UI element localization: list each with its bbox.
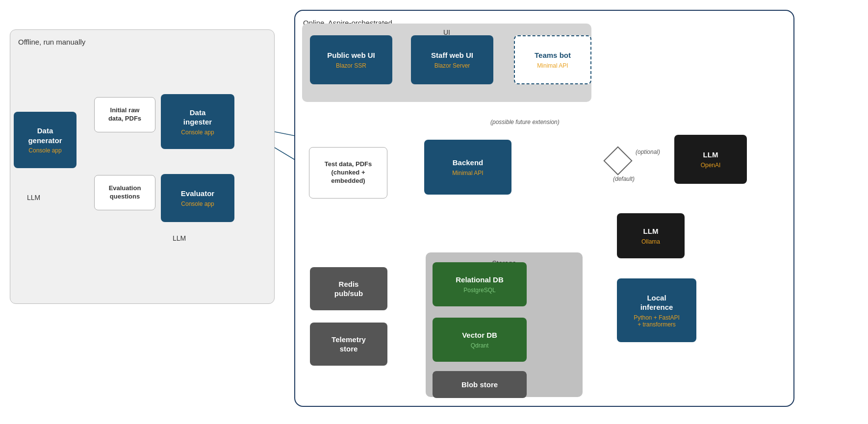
data-ingester-node: Dataingester Console app <box>161 94 234 149</box>
diamond-node <box>602 145 634 178</box>
telemetry-node: Telemetrystore <box>310 323 387 366</box>
evaluator-node: Evaluator Console app <box>161 174 234 222</box>
offline-label: Offline, run manually <box>18 38 266 46</box>
llm-openai-node: LLM OpenAI <box>674 135 747 184</box>
test-data-title: Test data, PDFs(chunked +embedded) <box>325 160 372 185</box>
teams-bot-node: Teams bot Minimal API <box>514 35 591 84</box>
redis-node: Redispub/sub <box>310 267 387 310</box>
relational-db-subtitle: PostgreSQL <box>463 287 495 294</box>
backend-subtitle: Minimal API <box>452 170 483 176</box>
vector-db-node: Vector DB Qdrant <box>433 318 527 362</box>
evaluator-title: Evaluator <box>181 189 214 199</box>
telemetry-title: Telemetrystore <box>332 335 366 354</box>
eval-questions-title: Evaluationquestions <box>109 184 141 201</box>
relational-db-title: Relational DB <box>456 275 504 285</box>
teams-bot-subtitle: Minimal API <box>537 62 568 69</box>
eval-questions-node: Evaluationquestions <box>94 175 155 210</box>
llm-ollama-node: LLM Ollama <box>617 213 685 258</box>
llm-evaluator-label: LLM <box>173 234 186 242</box>
staff-web-ui-node: Staff web UI Blazor Server <box>411 35 493 84</box>
local-inference-title: Localinference <box>640 293 673 312</box>
public-web-ui-node: Public web UI Blazor SSR <box>310 35 392 84</box>
future-extension-label: (possible future extension) <box>490 119 560 125</box>
diagram-container: Offline, run manually Online, Aspire-orc… <box>0 0 868 424</box>
blob-store-node: Blob store <box>433 371 527 398</box>
data-generator-subtitle: Console app <box>28 147 61 154</box>
public-web-ui-title: Public web UI <box>327 50 375 60</box>
svg-rect-24 <box>604 147 632 175</box>
llm-openai-title: LLM <box>703 150 718 160</box>
vector-db-title: Vector DB <box>462 330 497 340</box>
data-generator-title: Datagenerator <box>28 126 62 145</box>
initial-raw-title: Initial rawdata, PDFs <box>108 106 141 123</box>
data-generator-node: Datagenerator Console app <box>14 112 77 168</box>
backend-node: Backend Minimal API <box>424 140 511 195</box>
llm-ollama-subtitle: Ollama <box>641 238 660 245</box>
teams-bot-title: Teams bot <box>535 50 571 60</box>
llm-ollama-title: LLM <box>643 226 659 236</box>
redis-title: Redispub/sub <box>334 279 363 299</box>
staff-web-ui-title: Staff web UI <box>431 50 473 60</box>
public-web-ui-subtitle: Blazor SSR <box>336 62 366 69</box>
data-ingester-title: Dataingester <box>183 108 212 127</box>
optional-label: (optional) <box>636 149 660 155</box>
llm-openai-subtitle: OpenAI <box>701 162 721 169</box>
evaluator-subtitle: Console app <box>181 200 214 207</box>
relational-db-node: Relational DB PostgreSQL <box>433 262 527 306</box>
default-label: (default) <box>613 175 635 182</box>
blob-store-title: Blob store <box>461 380 498 390</box>
data-ingester-subtitle: Console app <box>181 129 214 136</box>
test-data-node: Test data, PDFs(chunked +embedded) <box>309 147 387 199</box>
backend-title: Backend <box>453 158 484 168</box>
local-inference-node: Localinference Python + FastAPI+ transfo… <box>617 278 696 342</box>
local-inference-subtitle: Python + FastAPI+ transformers <box>634 314 680 328</box>
staff-web-ui-subtitle: Blazor Server <box>434 62 470 69</box>
vector-db-subtitle: Qdrant <box>471 342 489 349</box>
llm-generator-label: LLM <box>27 194 40 201</box>
initial-raw-data-node: Initial rawdata, PDFs <box>94 97 155 132</box>
